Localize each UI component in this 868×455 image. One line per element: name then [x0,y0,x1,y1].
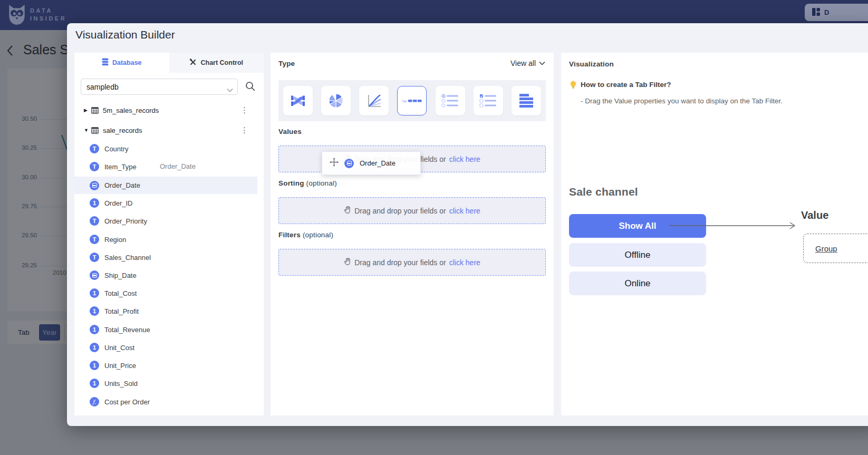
table-name: sale_records [103,127,142,134]
option-online-button[interactable]: Online [569,272,706,295]
brand-line-1: DATA [30,7,66,15]
view-all-button[interactable]: View all [510,59,545,67]
modal-title: Visualization Builder [75,28,175,41]
dropzone-click-here-link[interactable]: click here [449,155,480,163]
database-panel: Database Chart Control [74,53,264,415]
chevron-down-icon [539,61,545,65]
dashboard-nav-button[interactable]: D [805,4,868,21]
tab-chart-control-label: Chart Control [200,59,243,66]
annotation-group-link[interactable]: Group [815,244,837,253]
text-field-icon: T [90,162,99,171]
caret-down-icon[interactable]: ▼ [84,128,90,133]
field-name: Unit_Price [104,362,136,370]
field-row[interactable]: 1 Unit_Price [74,358,257,373]
field-row[interactable]: 1 Total_Cost [74,286,257,301]
tip-body: - Drag the Value properties you want to … [581,97,783,105]
field-name: Item_Type [104,163,137,171]
field-name: Units_Sold [104,380,138,388]
drag-hand-icon [344,206,351,216]
datasource-select-value[interactable] [81,79,237,94]
builder-panel: Type View all [271,53,554,415]
tab-database[interactable]: Database [74,53,169,73]
number-field-icon: 1 [90,379,99,388]
pie-chart-icon [328,93,344,109]
field-row[interactable]: T Sales_Channel [74,250,257,265]
tip-title: How to create a Tab Filter? [581,81,671,89]
kebab-menu-icon[interactable]: ⋮ [240,105,248,115]
number-field-icon: 1 [90,198,99,208]
field-row[interactable]: Ship_Date [74,268,257,283]
values-label: Values [278,128,302,135]
sorting-dropzone[interactable]: Drag and drop your fields or click here [278,197,546,224]
tools-icon [189,59,197,67]
drag-chip-label: Order_Date [360,159,396,167]
number-field-icon: 1 [90,306,99,316]
caret-right-icon[interactable]: ▶ [84,108,90,113]
option-offline-button[interactable]: Offline [569,243,706,267]
filters-optional: (optional) [303,231,333,239]
dropzone-text: Drag and drop your fields or [354,258,446,267]
sankey-icon [290,93,306,109]
dragging-field-chip[interactable]: Order_Date [322,151,421,175]
dropzone-click-here-link[interactable]: click here [449,207,480,215]
field-name: Order_ID [104,199,132,207]
field-row[interactable]: ƒ. Cost per Order [74,394,257,409]
field-row[interactable]: 1 Unit_Cost [74,340,257,355]
field-name: Ship_Date [104,272,137,279]
drag-hand-icon [344,257,351,267]
date-field-icon [90,270,99,280]
table-row-5m-sales-records[interactable]: ▶ 5m_sales_records ⋮ [74,103,257,118]
number-field-icon: 1 [90,325,99,334]
text-field-icon: T [90,216,99,226]
field-row-selected[interactable]: Order_Date [74,177,257,194]
filters-label: Filters [278,231,301,239]
checkbox-list-chart-type[interactable] [474,86,503,115]
menu-list-chart-type[interactable] [512,86,541,115]
tab-filter-chart-type[interactable]: Tab [397,86,427,115]
field-name: Order_Date [104,181,140,189]
tab-database-label: Database [112,59,142,66]
field-row[interactable]: T Region [74,232,257,247]
number-field-icon: 1 [90,288,99,298]
line-chart-icon [366,93,382,109]
annotation-group-box: Group [803,234,868,263]
number-field-icon: 1 [90,361,99,370]
filters-dropzone[interactable]: Drag and drop your fields or click here [278,249,546,276]
owl-logo-icon [7,4,27,28]
field-row[interactable]: 1 Total_Revenue [74,322,257,337]
search-icon[interactable] [245,81,256,94]
field-name: Country [104,145,129,153]
date-field-icon [344,159,354,168]
dropzone-click-here-link[interactable]: click here [449,258,480,267]
field-row[interactable]: 1 Units_Sold [74,376,257,391]
field-row[interactable]: T Country [74,141,257,156]
field-row[interactable]: 1 Order_ID [74,196,257,210]
field-row[interactable]: T Order_Priority [74,214,257,228]
panel-tabbar: Database Chart Control [74,53,264,73]
table-row-sale-records[interactable]: ▼ sale_records ⋮ [74,123,257,138]
database-icon [102,58,109,67]
tab-chart-control[interactable]: Chart Control [169,53,264,73]
dashboard-icon [812,8,820,17]
sankey-chart-type[interactable] [283,86,313,115]
checkbox-list-icon [479,93,497,108]
field-name: Order_Priority [104,217,147,225]
radio-list-chart-type[interactable] [436,86,465,115]
kebab-menu-icon[interactable]: ⋮ [240,125,248,135]
pie-chart-type[interactable] [321,86,351,115]
sorting-label: Sorting [278,179,304,187]
text-field-icon: T [90,235,99,244]
field-name: Cost per Order [104,398,150,406]
widget-title: Sale channel [569,186,638,198]
move-icon [330,158,339,169]
chart-type-strip: Tab [278,80,546,121]
field-name: Total_Revenue [104,326,150,334]
datasource-select[interactable] [81,79,238,95]
number-field-icon: 1 [90,343,99,352]
line-chart-type[interactable] [359,86,389,115]
field-row[interactable]: 1 Total_Profit [74,304,257,318]
screen: Sales Sa 30.50 30.25 30.00 29.75 29.50 2… [0,0,868,455]
values-section-label: Values [278,128,302,135]
field-name: Total_Profit [104,307,139,315]
dropzone-text: Drag and drop your fields or [354,207,446,215]
